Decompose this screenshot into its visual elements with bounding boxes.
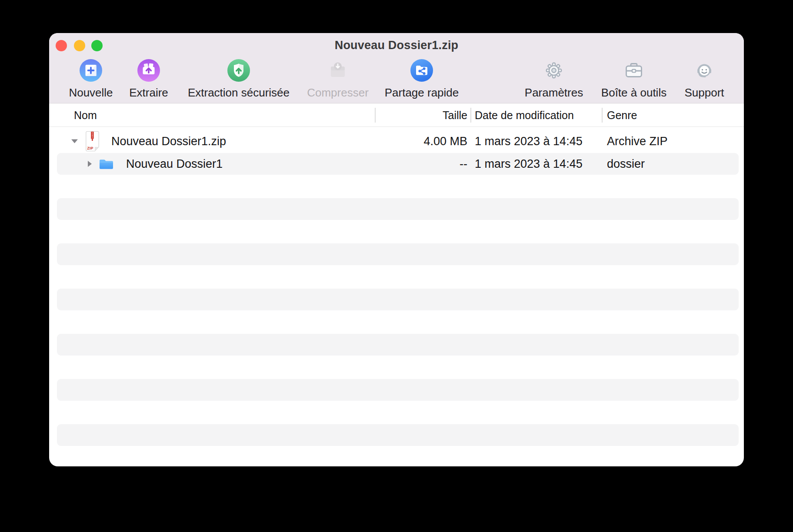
empty-row-striped — [49, 424, 744, 446]
column-divider — [470, 108, 471, 123]
compress-package-icon — [326, 59, 350, 82]
file-kind: Archive ZIP — [607, 130, 668, 153]
file-size: 4.00 MB — [380, 130, 467, 153]
empty-row — [49, 220, 744, 243]
file-name: Nouveau Dossier1.zip — [111, 130, 226, 153]
disclosure-triangle-expanded-icon[interactable] — [71, 139, 78, 144]
zip-badge-label: ZIP — [87, 146, 93, 150]
toolbar-label: Extraction sécurisée — [188, 86, 290, 100]
list-header: Nom Taille Date de modification Genre — [49, 103, 744, 127]
secure-extract-shield-icon — [227, 59, 250, 82]
empty-row-striped — [49, 379, 744, 401]
table-row-zip-archive[interactable]: ZIP Nouveau Dossier1.zip 4.00 MB 1 mars … — [49, 130, 744, 153]
file-date: 1 mars 2023 à 14:45 — [475, 130, 583, 153]
gear-icon — [542, 59, 566, 82]
column-header-date[interactable]: Date de modification — [475, 103, 574, 127]
toolbar-button-quick-share[interactable]: Partage rapide — [374, 59, 470, 100]
toolbar-label: Support — [684, 86, 724, 100]
toolbar-label: Nouvelle — [69, 86, 113, 100]
toolbar-button-support[interactable]: Support — [674, 59, 735, 100]
empty-row-striped — [49, 243, 744, 266]
column-header-kind[interactable]: Genre — [607, 103, 637, 127]
column-header-size[interactable]: Taille — [380, 103, 467, 127]
new-archive-icon — [79, 59, 103, 82]
toolbar-button-new[interactable]: Nouvelle — [60, 59, 121, 100]
empty-row — [49, 266, 744, 288]
quick-share-folder-icon — [410, 59, 433, 82]
empty-row-striped — [49, 288, 744, 311]
column-divider — [375, 108, 376, 123]
toolbar-label: Extraire — [129, 86, 168, 100]
zip-file-icon: ZIP — [86, 131, 99, 152]
archiver-window: Nouveau Dossier1.zip Nouvelle — [49, 33, 744, 466]
window-title: Nouveau Dossier1.zip — [49, 38, 744, 53]
toolbar-button-secure-extract[interactable]: Extraction sécurisée — [178, 59, 300, 100]
titlebar-toolbar: Nouveau Dossier1.zip Nouvelle — [49, 33, 744, 103]
folder-icon — [99, 158, 114, 170]
file-list: ZIP Nouveau Dossier1.zip 4.00 MB 1 mars … — [49, 130, 744, 446]
column-header-name[interactable]: Nom — [74, 103, 97, 127]
toolbox-briefcase-icon — [622, 59, 646, 82]
toolbar-button-extract[interactable]: Extraire — [118, 59, 179, 100]
column-divider — [602, 108, 603, 123]
empty-row — [49, 401, 744, 424]
empty-row — [49, 356, 744, 379]
empty-row-striped — [49, 333, 744, 356]
file-name: Nouveau Dossier1 — [126, 153, 223, 175]
toolbar-label: Paramètres — [525, 86, 583, 100]
toolbar-button-toolbox[interactable]: Boîte à outils — [590, 59, 677, 100]
empty-row-striped — [49, 198, 744, 220]
table-row-folder[interactable]: Nouveau Dossier1 -- 1 mars 2023 à 14:45 … — [49, 153, 744, 175]
toolbar-button-compress: Compresser — [299, 59, 377, 100]
toolbar-label: Compresser — [307, 86, 369, 100]
toolbar-button-settings[interactable]: Paramètres — [515, 59, 593, 100]
desktop-background: Nouveau Dossier1.zip Nouvelle — [0, 0, 793, 532]
toolbar-label: Boîte à outils — [601, 86, 666, 100]
extract-icon — [137, 59, 160, 82]
file-kind: dossier — [607, 153, 645, 175]
file-size: -- — [380, 153, 467, 175]
disclosure-triangle-collapsed-icon[interactable] — [87, 160, 92, 167]
empty-row — [49, 311, 744, 333]
support-headset-icon — [693, 59, 716, 82]
empty-row — [49, 175, 744, 198]
file-date: 1 mars 2023 à 14:45 — [475, 153, 583, 175]
toolbar-label: Partage rapide — [385, 86, 459, 100]
